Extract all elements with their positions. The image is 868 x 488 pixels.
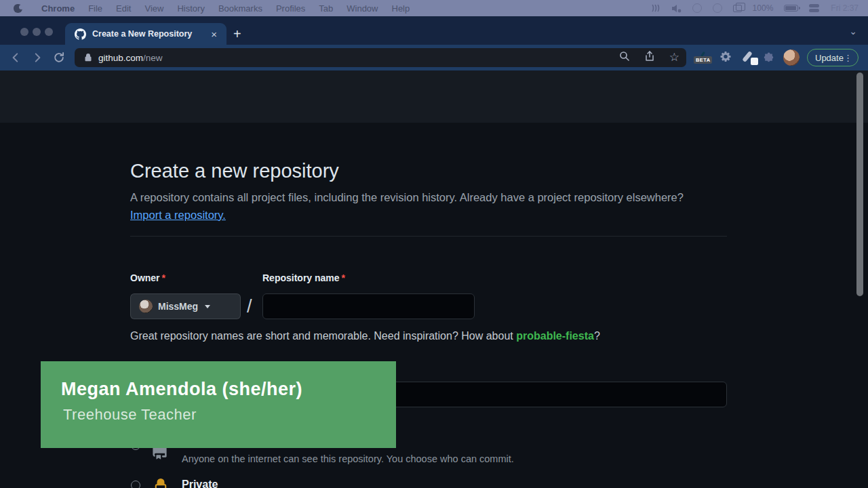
browser-tab-active[interactable]: Create a New Repository × <box>65 23 226 45</box>
ssl-lock-icon[interactable] <box>84 54 92 62</box>
repository-name-input[interactable] <box>262 293 475 319</box>
url-bar[interactable]: github.com /new ☆ <box>75 48 686 67</box>
owner-avatar <box>139 300 153 313</box>
presenter-name: Megan Amendola (she/her) <box>61 379 302 400</box>
battery-percentage: 100% <box>753 3 774 13</box>
scrollbar-thumb[interactable] <box>856 73 863 296</box>
owner-label: Owner* <box>130 272 165 283</box>
sync-status-icon[interactable] <box>713 3 722 13</box>
presenter-overlay: Megan Amendola (she/her) Treehouse Teach… <box>41 361 396 448</box>
update-label: Update <box>815 53 844 63</box>
repo-name-hint: Great repository names are short and mem… <box>130 330 600 342</box>
window-close-button[interactable] <box>20 28 28 36</box>
menu-view[interactable]: View <box>138 3 170 14</box>
menu-bar-clock[interactable]: Fri 2:37 <box>831 3 859 13</box>
battery-icon <box>784 5 798 12</box>
macos-menu-bar: Chrome File Edit View History Bookmarks … <box>0 0 868 16</box>
chrome-profile-avatar[interactable] <box>783 49 800 66</box>
repository-name-label: Repository name* <box>262 272 345 283</box>
url-host: github.com <box>98 53 143 63</box>
owner-repo-separator: / <box>247 296 252 317</box>
hint-suffix: ? <box>594 330 600 342</box>
reload-button[interactable] <box>53 52 65 66</box>
chrome-update-button[interactable]: Update ⋮ <box>807 49 859 66</box>
hint-text: Great repository names are short and mem… <box>130 330 516 342</box>
extensions-puzzle-icon[interactable] <box>762 51 775 66</box>
suggested-repo-name[interactable]: probable-fiesta <box>516 330 594 342</box>
speaker-status-icon[interactable] <box>671 4 682 13</box>
highlighter-extension-icon[interactable] <box>743 50 758 65</box>
menu-file[interactable]: File <box>81 3 109 14</box>
zoom-icon[interactable] <box>619 51 630 64</box>
required-asterisk: * <box>342 272 345 283</box>
page-title: Create a new repository <box>130 160 339 182</box>
github-header: / Pull requests Issues Marketplace Explo… <box>0 70 868 123</box>
back-button[interactable] <box>9 52 22 66</box>
menu-help[interactable]: Help <box>385 3 417 14</box>
share-icon[interactable] <box>644 51 655 64</box>
presenter-role: Treehouse Teacher <box>63 406 197 424</box>
owner-value: MissMeg <box>158 301 198 312</box>
owner-select-button[interactable]: MissMeg <box>130 293 241 319</box>
section-divider <box>130 236 727 237</box>
window-minimize-button[interactable] <box>33 28 41 36</box>
url-path: /new <box>143 53 163 63</box>
menu-chrome[interactable]: Chrome <box>35 3 81 14</box>
control-center-icon[interactable] <box>809 4 820 12</box>
tab-title: Create a New Repository <box>92 29 208 39</box>
github-favicon-icon <box>75 28 86 40</box>
import-repository-link[interactable]: Import a repository. <box>130 209 226 221</box>
browser-menu-kebab-icon[interactable]: ⋮ <box>844 53 852 63</box>
tab-close-icon[interactable]: × <box>208 28 220 40</box>
forward-button[interactable] <box>31 52 43 66</box>
bookmark-star-icon[interactable]: ☆ <box>669 52 679 63</box>
chrome-tab-strip: Create a New Repository × + ⌄ <box>0 16 868 45</box>
menu-tab[interactable]: Tab <box>312 3 340 14</box>
menu-history[interactable]: History <box>170 3 211 14</box>
beta-badge: BETA <box>694 56 712 64</box>
chevron-down-icon[interactable]: ⌄ <box>849 26 857 37</box>
required-asterisk: * <box>162 272 165 283</box>
menu-profiles[interactable]: Profiles <box>269 3 312 14</box>
chrome-toolbar: github.com /new ☆ BETA Update ⋮ <box>0 45 868 70</box>
caret-down-icon <box>205 305 210 308</box>
dnd-status-icon[interactable] <box>692 3 702 13</box>
private-radio[interactable] <box>131 481 140 488</box>
new-tab-button[interactable]: + <box>233 27 241 41</box>
page-intro: A repository contains all project files,… <box>130 188 690 224</box>
private-label: Private <box>182 479 218 488</box>
menu-window[interactable]: Window <box>340 3 384 14</box>
waves-status-icon[interactable] <box>651 3 660 13</box>
gear-extension-icon[interactable] <box>719 52 732 68</box>
menu-edit[interactable]: Edit <box>109 3 138 14</box>
window-zoom-button[interactable] <box>45 28 53 36</box>
windows-status-icon[interactable] <box>733 5 742 12</box>
intro-text: A repository contains all project files,… <box>130 191 684 203</box>
menu-bookmarks[interactable]: Bookmarks <box>212 3 269 14</box>
lock-icon <box>153 479 168 488</box>
apple-menu-icon[interactable] <box>14 4 22 13</box>
public-description: Anyone on the internet can see this repo… <box>182 453 514 464</box>
speed-extension-icon[interactable]: BETA <box>696 49 712 66</box>
